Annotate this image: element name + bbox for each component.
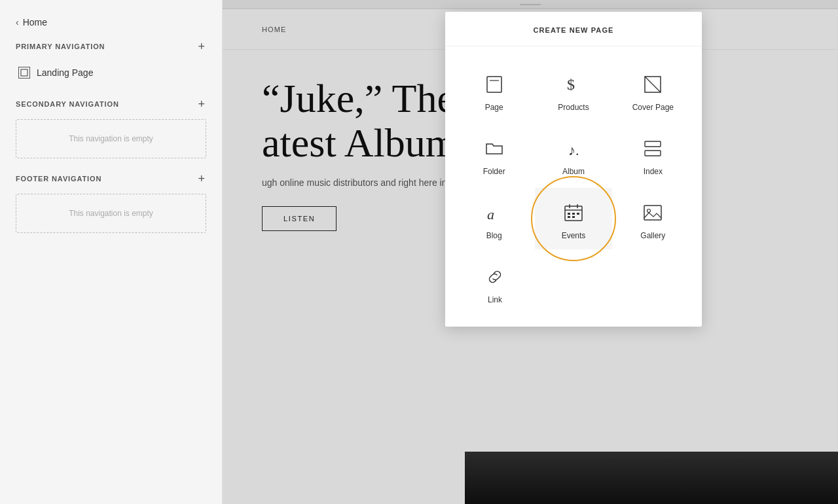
page-type-gallery-label: Gallery [640,231,665,240]
modal-header: CREATE NEW PAGE [445,12,702,46]
page-type-folder-icon [483,137,506,160]
page-type-album-label: Album [562,167,585,176]
page-type-gallery[interactable]: Gallery [615,188,691,249]
page-type-link-icon [483,265,507,289]
back-arrow-icon: ‹ [16,17,19,27]
footer-nav-section: FOOTER NAVIGATION + This navigation is e… [0,171,222,246]
svg-rect-0 [21,69,27,76]
footer-nav-add-button[interactable]: + [196,171,206,186]
svg-rect-15 [572,213,575,215]
sidebar-item-landing-page[interactable]: Landing Page [16,62,206,84]
page-type-folder-label: Folder [483,167,505,176]
page-type-events-label: Events [562,231,586,240]
modal-body: Page $ Products [445,46,702,327]
page-type-album-icon: ♪. [562,137,585,160]
main-content: HOME TITLE “Juke,” The atest Album ugh o… [223,0,838,504]
svg-text:$: $ [567,76,575,93]
footer-nav-title: FOOTER NAVIGATION [16,175,101,183]
page-type-products-label: Products [558,103,589,112]
footer-nav-empty: This navigation is empty [16,194,206,233]
secondary-nav-title: SECONDARY NAVIGATION [16,100,119,108]
secondary-nav-header: SECONDARY NAVIGATION + [16,97,206,111]
primary-nav-title: PRIMARY NAVIGATION [16,43,105,50]
page-types-grid: Page $ Products [456,60,691,249]
footer-nav-header: FOOTER NAVIGATION + [16,171,206,186]
secondary-nav-section: SECONDARY NAVIGATION + This navigation i… [0,97,222,171]
page-type-cover-page[interactable]: Cover Page [615,60,691,121]
sidebar: ‹ Home PRIMARY NAVIGATION + Landing Page… [0,0,223,504]
secondary-nav-add-button[interactable]: + [196,97,206,111]
svg-rect-1 [487,77,501,92]
landing-page-label: Landing Page [37,67,93,78]
svg-line-5 [645,77,661,92]
page-type-events[interactable]: Events [535,188,611,249]
svg-rect-19 [644,206,661,220]
svg-rect-14 [568,213,570,215]
page-type-products[interactable]: $ Products [535,60,611,121]
page-type-page[interactable]: Page [456,60,532,121]
primary-nav-header: PRIMARY NAVIGATION + [16,39,206,54]
svg-text:♪.: ♪. [568,142,579,158]
page-type-blog-icon: a [483,201,506,225]
page-type-folder[interactable]: Folder [456,124,532,185]
page-type-index[interactable]: Index [615,124,691,185]
page-type-events-icon [562,201,585,225]
page-type-link[interactable]: Link [456,252,534,314]
page-type-link-label: Link [488,295,502,304]
page-type-gallery-icon [641,201,665,225]
page-type-blog-label: Blog [486,231,502,240]
page-type-cover-page-label: Cover Page [632,103,674,112]
back-link-label: Home [23,17,47,27]
svg-rect-16 [577,213,579,215]
modal-title: CREATE NEW PAGE [533,26,613,34]
back-link[interactable]: ‹ Home [0,10,222,39]
svg-rect-18 [572,216,575,218]
page-type-album[interactable]: ♪. Album [535,124,611,185]
svg-point-20 [647,209,651,213]
page-type-products-icon: $ [562,73,585,96]
svg-rect-8 [645,151,661,156]
page-type-page-label: Page [485,103,503,112]
page-type-blog[interactable]: a Blog [456,188,532,249]
page-type-index-label: Index [644,167,663,176]
create-page-modal: CREATE NEW PAGE Page [445,12,702,327]
svg-text:a: a [487,206,494,223]
svg-rect-7 [645,141,661,147]
page-type-index-icon [641,137,665,160]
page-icon [18,67,30,79]
primary-nav-section: PRIMARY NAVIGATION + Landing Page [0,39,222,97]
primary-nav-add-button[interactable]: + [196,39,206,54]
secondary-nav-empty: This navigation is empty [16,119,206,158]
page-type-page-icon [483,73,506,96]
page-type-cover-page-icon [641,73,665,96]
svg-rect-17 [568,216,570,218]
